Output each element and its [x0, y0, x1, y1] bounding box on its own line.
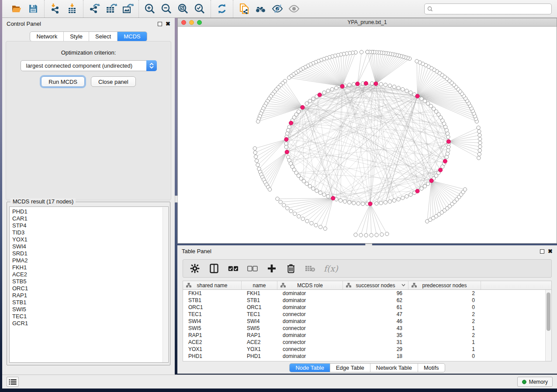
- mcds-result-item[interactable]: CAR1: [12, 215, 168, 222]
- mcds-result-item[interactable]: PMA2: [12, 257, 168, 264]
- split-view-icon[interactable]: [208, 263, 220, 274]
- table-scrollbar[interactable]: [545, 290, 551, 361]
- mcds-result-item[interactable]: STP4: [12, 222, 168, 229]
- mcds-result-group: MCDS result (17 nodes) PHD1CAR1STP4TID3Y…: [7, 202, 170, 365]
- mcds-result-item[interactable]: ACE2: [12, 271, 168, 278]
- mcds-result-item[interactable]: SWI5: [12, 306, 168, 313]
- column-header-name[interactable]: name: [242, 281, 277, 289]
- mcds-result-item[interactable]: RAP1: [12, 292, 168, 299]
- export-network-icon[interactable]: [86, 2, 103, 16]
- table-row[interactable]: SWI5SWI5connector431: [183, 325, 551, 332]
- function-builder-icon[interactable]: f(x): [324, 264, 338, 273]
- table-row[interactable]: TEC1TEC1connector472: [183, 311, 551, 318]
- first-neighbors-icon[interactable]: [253, 2, 269, 16]
- mcds-result-item[interactable]: PHD1: [12, 208, 168, 215]
- network-graph[interactable]: [178, 27, 557, 243]
- mcds-result-item[interactable]: SRD1: [12, 250, 168, 257]
- table-cell: connector: [277, 325, 343, 331]
- network-window-titlebar[interactable]: YPA_prune.txt_1: [178, 18, 557, 27]
- mcds-result-item[interactable]: SWI4: [12, 243, 168, 250]
- table-cell: 62: [343, 297, 408, 303]
- network-canvas[interactable]: [178, 27, 557, 243]
- table-toolbar: f(x): [183, 259, 552, 278]
- open-file-icon[interactable]: [8, 2, 25, 16]
- vertical-splitter-handle[interactable]: [175, 196, 178, 203]
- mcds-result-list[interactable]: PHD1CAR1STP4TID3YOX1SWI4SRD1PMA2FKH1ACE2…: [9, 206, 169, 363]
- close-panel-icon[interactable]: ✖: [166, 22, 170, 26]
- table-row[interactable]: ORC1ORC1dominator610: [183, 304, 551, 311]
- table-row[interactable]: RAP1RAP1dominator352: [183, 332, 551, 339]
- table-cell: 96: [343, 290, 408, 296]
- mcds-result-title: MCDS result (17 nodes): [10, 198, 76, 205]
- float-table-panel-icon[interactable]: [540, 249, 544, 254]
- table-panel-title: Table Panel: [182, 248, 211, 254]
- tab-node-table[interactable]: Node Table: [290, 364, 330, 372]
- mcds-result-item[interactable]: STB5: [12, 278, 168, 285]
- main-toolbar: [2, 0, 557, 18]
- mcds-result-item[interactable]: GCR1: [12, 320, 168, 327]
- close-panel-button[interactable]: Close panel: [91, 76, 136, 87]
- table-cell: TEC1: [242, 311, 277, 317]
- table-cell: connector: [277, 339, 343, 345]
- memory-button[interactable]: Memory: [517, 377, 553, 387]
- run-mcds-button[interactable]: Run MCDS: [41, 76, 85, 87]
- tab-mcds[interactable]: MCDS: [117, 32, 146, 41]
- select-all-columns-icon[interactable]: [228, 263, 239, 274]
- mcds-result-item[interactable]: ORC1: [12, 285, 168, 292]
- zoom-fit-icon[interactable]: [175, 2, 191, 16]
- mcds-result-item[interactable]: YOX1: [12, 236, 168, 243]
- table-cell: connector: [277, 346, 343, 352]
- table-cell: 47: [343, 311, 408, 317]
- mcds-result-item[interactable]: TEC1: [12, 313, 168, 320]
- hide-selected-icon[interactable]: [269, 2, 286, 16]
- criterion-dropdown[interactable]: largest connected component (undirected): [21, 60, 157, 71]
- tab-network[interactable]: Network: [30, 32, 63, 41]
- export-table-icon[interactable]: [103, 2, 119, 16]
- save-session-icon[interactable]: [25, 2, 42, 16]
- unselect-all-columns-icon[interactable]: [247, 263, 258, 274]
- tab-style[interactable]: Style: [63, 32, 89, 41]
- tab-motifs[interactable]: Motifs: [418, 364, 445, 372]
- mcds-result-item[interactable]: STB1: [12, 299, 168, 306]
- table-row[interactable]: FKH1FKH1dominator962: [183, 290, 551, 297]
- mcds-result-item[interactable]: TID3: [12, 229, 168, 236]
- table-cell: dominator: [277, 290, 343, 296]
- memory-status-icon: [522, 380, 526, 384]
- import-table-icon[interactable]: [64, 2, 80, 16]
- column-header-shared-name[interactable]: shared name: [183, 281, 242, 289]
- delete-table-icon[interactable]: [304, 263, 316, 274]
- table-row[interactable]: ACE2ACE2connector311: [183, 339, 551, 346]
- table-cell: 43: [343, 325, 408, 331]
- task-history-button[interactable]: [7, 377, 19, 387]
- tab-select[interactable]: Select: [89, 32, 117, 41]
- zoom-in-icon[interactable]: [142, 2, 158, 16]
- import-network-icon[interactable]: [47, 2, 64, 16]
- column-header-MCDS-role[interactable]: MCDS role: [277, 281, 343, 289]
- delete-icon[interactable]: [285, 263, 297, 274]
- table-row[interactable]: YOX1YOX1connector291: [183, 346, 551, 353]
- search-input[interactable]: [435, 6, 549, 12]
- control-panel-tabs: Network Style Select MCDS: [30, 31, 147, 41]
- clone-network-icon[interactable]: [236, 2, 253, 16]
- zoom-selected-icon[interactable]: [191, 2, 208, 16]
- tab-edge-table[interactable]: Edge Table: [330, 364, 370, 372]
- show-all-icon[interactable]: [286, 2, 302, 16]
- column-header-successor-nodes[interactable]: successor nodes: [343, 281, 408, 289]
- export-image-icon[interactable]: [119, 2, 136, 16]
- column-header-predecessor-nodes[interactable]: predecessor nodes: [408, 281, 481, 289]
- zoom-out-icon[interactable]: [158, 2, 175, 16]
- table-row[interactable]: STB1STB1dominator620: [183, 297, 551, 304]
- table-row[interactable]: PHD1PHD1dominator180: [183, 353, 551, 360]
- mcds-result-item[interactable]: FKH1: [12, 264, 168, 271]
- tab-network-table[interactable]: Network Table: [370, 364, 418, 372]
- table-scrollbar-thumb[interactable]: [547, 292, 550, 331]
- float-panel-icon[interactable]: [158, 22, 162, 26]
- table-cell: 18: [343, 353, 408, 359]
- refresh-icon[interactable]: [214, 2, 230, 16]
- dropdown-stepper-icon: [146, 60, 157, 71]
- gear-icon[interactable]: [189, 263, 201, 274]
- table-row[interactable]: SWI4SWI4dominator462: [183, 318, 551, 325]
- mcds-list-scrollbar[interactable]: [163, 207, 168, 363]
- close-table-panel-icon[interactable]: ✖: [548, 249, 553, 254]
- add-icon[interactable]: [266, 263, 277, 274]
